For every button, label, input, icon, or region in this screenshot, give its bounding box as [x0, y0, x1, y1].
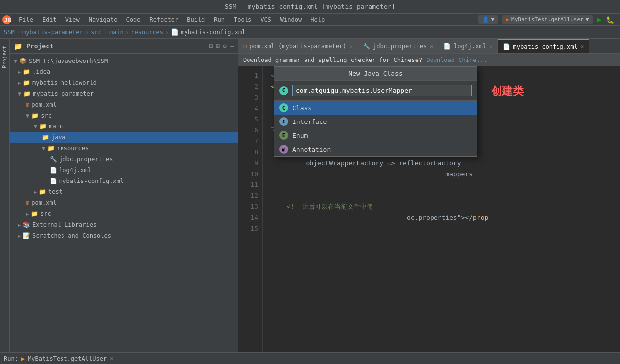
- tree-item-main[interactable]: ▼ 📁 main: [10, 121, 238, 132]
- popup-item-interface[interactable]: I Interface: [274, 115, 477, 128]
- run-label: Run:: [4, 355, 18, 362]
- menu-file[interactable]: File: [15, 15, 37, 24]
- tab-mybatis[interactable]: 📄 mybatis-config.xml ×: [498, 39, 590, 53]
- status-bar: Run: ▶ MyBatisTest.getAllUser ×: [0, 352, 620, 364]
- tab-bar: m pom.xml (mybatis-parameter) × 🔧 jdbc.p…: [238, 39, 620, 54]
- jdbc-tab-icon: 🔧: [363, 43, 370, 50]
- tree-item-test[interactable]: ▶ 📁 test: [10, 186, 238, 197]
- log4j-tab-icon: 📄: [443, 43, 451, 50]
- project-toolbar: ⊟ ⊞ ⚙ —: [209, 42, 234, 50]
- app-logo: JB: [2, 15, 12, 25]
- tab-pom[interactable]: m pom.xml (mybatis-parameter) ×: [238, 39, 358, 53]
- tree-item-jdbc[interactable]: 🔧 jdbc.properties: [10, 154, 238, 165]
- breadcrumb-file: mybatis-config.xml: [181, 29, 245, 36]
- popup-item-annotation[interactable]: @ Annotation: [274, 142, 477, 156]
- grammar-download-link[interactable]: Download Chine...: [426, 57, 487, 63]
- src2-folder-icon: 📁: [31, 210, 38, 217]
- pom2-icon: m: [26, 199, 29, 206]
- new-class-name-input[interactable]: [292, 85, 472, 96]
- tab-pom-close[interactable]: ×: [349, 43, 353, 50]
- debug-btn[interactable]: 🐛: [606, 16, 614, 24]
- tree-item-helloworld[interactable]: ▶ 📁 mybatis-helloworld: [10, 77, 238, 88]
- tab-jdbc[interactable]: 🔧 jdbc.properties ×: [358, 39, 438, 53]
- project-panel: 📁 Project ⊟ ⊞ ⚙ — ▼ 📦 SSM F:\javawebwork…: [10, 39, 238, 352]
- interface-type-icon: I: [279, 117, 288, 126]
- mybatis-tab-icon: 📄: [503, 43, 510, 50]
- menu-build[interactable]: Build: [183, 15, 209, 24]
- minimize-icon[interactable]: —: [230, 42, 234, 50]
- menu-tools[interactable]: Tools: [230, 15, 255, 24]
- tab-jdbc-close[interactable]: ×: [430, 43, 433, 50]
- tree-item-idea[interactable]: ▶ 📁 .idea: [10, 66, 238, 77]
- vcs-icon[interactable]: 👤▼: [478, 15, 498, 24]
- run-config-name[interactable]: MyBatisTest.getAllUser: [28, 355, 107, 362]
- test-folder-icon: 📁: [39, 188, 46, 195]
- status-close-btn[interactable]: ×: [110, 355, 113, 362]
- collapse-all-icon[interactable]: ⊟: [209, 42, 213, 50]
- tab-log4j-close[interactable]: ×: [489, 43, 493, 50]
- grammar-bar: Download grammar and spelling checker fo…: [238, 54, 620, 66]
- code-line-9: objectWrapperFactory => reflectorFactory: [271, 158, 612, 169]
- code-line-10: mappers: [271, 169, 612, 180]
- tree-item-ext-libs[interactable]: ▶ 📚 External Libraries: [10, 219, 238, 230]
- run-btn[interactable]: ▶: [597, 15, 602, 24]
- menu-vcs[interactable]: VCS: [256, 15, 275, 24]
- popup-item-class[interactable]: C Class: [274, 101, 477, 115]
- tab-mybatis-close[interactable]: ×: [581, 43, 584, 50]
- title-bar: SSM - mybatis-config.xml [mybatis-parame…: [0, 0, 620, 14]
- java-folder-icon: 📁: [42, 134, 49, 141]
- breadcrumb-ssm[interactable]: SSM: [4, 29, 15, 36]
- resources-folder-icon: 📁: [47, 145, 55, 152]
- expand-icon[interactable]: ⊞: [216, 42, 220, 50]
- code-line-12: [271, 190, 612, 201]
- menu-help[interactable]: Help: [307, 15, 329, 24]
- editor-area: m pom.xml (mybatis-parameter) × 🔧 jdbc.p…: [238, 39, 620, 352]
- breadcrumb-src[interactable]: src: [91, 29, 102, 36]
- tree-item-src2[interactable]: ▶ 📁 src: [10, 208, 238, 219]
- menu-run[interactable]: Run: [210, 15, 229, 24]
- tree-item-scratches[interactable]: ▶ 📝 Scratches and Consoles: [10, 230, 238, 241]
- run-status-icon: ▶: [21, 355, 25, 362]
- tree-item-src1[interactable]: ▼ 📁 src: [10, 110, 238, 121]
- main-folder-icon: 📁: [39, 123, 47, 130]
- breadcrumb-resources[interactable]: resources: [131, 29, 163, 36]
- folder-icon: 📁: [23, 68, 30, 75]
- tree-item-pom2[interactable]: m pom.xml: [10, 197, 238, 208]
- mybatis-icon: 📄: [50, 178, 57, 184]
- libs-icon: 📚: [23, 221, 30, 228]
- vertical-tab: Project: [0, 39, 10, 352]
- code-area: 1 2 3 4 5 6 7 8 9 10 11 12 13 14 15 <?xm…: [238, 66, 620, 352]
- menu-navigate[interactable]: Navigate: [85, 15, 122, 24]
- breadcrumb-main[interactable]: main: [109, 29, 124, 36]
- menu-code[interactable]: Code: [123, 15, 145, 24]
- menu-refactor[interactable]: Refactor: [145, 15, 182, 24]
- scratch-icon: 📝: [23, 232, 30, 239]
- tree-item-ssm[interactable]: ▼ 📦 SSM F:\javawebwork\SSM: [10, 56, 238, 66]
- src-folder-icon: 📁: [31, 112, 39, 119]
- code-line-11: [271, 180, 612, 190]
- tree-item-log4j[interactable]: 📄 log4j.xml: [10, 165, 238, 176]
- tree-item-pom1[interactable]: m pom.xml: [10, 99, 238, 110]
- menu-edit[interactable]: Edit: [38, 15, 61, 24]
- popup-annotation-label: Annotation: [292, 146, 331, 153]
- tree-item-parameter[interactable]: ▼ 📁 mybatis-parameter: [10, 88, 238, 99]
- settings-icon[interactable]: ⚙: [223, 42, 227, 50]
- tree-item-resources[interactable]: ▼ 📁 resources: [10, 143, 238, 154]
- new-java-class-popup[interactable]: New Java Class C C Class I Interface: [274, 66, 477, 157]
- project-tab-label[interactable]: Project: [0, 43, 9, 71]
- popup-enum-label: Enum: [292, 132, 308, 139]
- class-type-icon: C: [279, 103, 288, 112]
- run-config-btn[interactable]: ▶ MyBatisTest.getAllUser ▼: [502, 15, 593, 24]
- tab-log4j[interactable]: 📄 log4j.xml ×: [438, 39, 498, 53]
- code-line-13: <!--比后可以在当前文件中使: [271, 201, 612, 212]
- breadcrumb-icon: 📄: [171, 28, 179, 36]
- popup-item-enum[interactable]: E Enum: [274, 128, 477, 142]
- tree-item-mybatis-config[interactable]: 📄 mybatis-config.xml: [10, 176, 238, 186]
- menu-view[interactable]: View: [62, 15, 84, 24]
- enum-type-icon: E: [279, 131, 288, 140]
- project-header: 📁 Project ⊟ ⊞ ⚙ —: [10, 39, 238, 54]
- tree-item-java[interactable]: 📁 java: [10, 132, 238, 143]
- breadcrumb-module[interactable]: mybatis-parameter: [22, 29, 83, 36]
- popup-input-row: C: [274, 81, 477, 101]
- menu-window[interactable]: Window: [276, 15, 306, 24]
